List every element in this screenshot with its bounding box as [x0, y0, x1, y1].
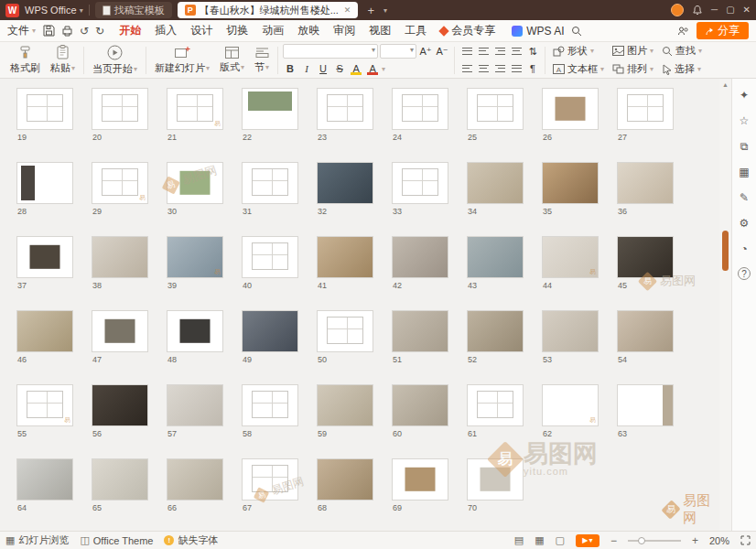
- ribbon-tab-插入[interactable]: 插入: [155, 23, 177, 38]
- ribbon-tab-视图[interactable]: 视图: [369, 23, 391, 38]
- file-menu[interactable]: 文件 ▾: [7, 23, 36, 38]
- home-tab[interactable]: WPS Office ▾: [25, 5, 83, 16]
- bold-button[interactable]: B: [283, 61, 297, 76]
- slide-thumbnail[interactable]: 68: [317, 458, 373, 512]
- line-spacing-icon[interactable]: ⇅: [525, 44, 540, 59]
- slide-thumbnail[interactable]: 49: [242, 310, 298, 364]
- slide-thumbnail[interactable]: 52: [467, 310, 524, 364]
- favorites-icon[interactable]: ☆: [737, 113, 751, 128]
- zoom-slider[interactable]: [628, 540, 681, 542]
- arrange-button[interactable]: 排列▾: [610, 61, 656, 77]
- slide-thumbnail[interactable]: 19: [16, 88, 73, 142]
- avatar[interactable]: [671, 4, 684, 16]
- slide-thumbnail[interactable]: 33: [392, 162, 448, 216]
- highlight-color-button[interactable]: A: [349, 61, 363, 76]
- history-icon[interactable]: ◔: [737, 242, 751, 256]
- textbox-button[interactable]: A 文本框▾: [550, 61, 607, 77]
- slide-thumbnail[interactable]: 50: [317, 310, 373, 364]
- slide-thumbnail[interactable]: 27: [617, 88, 674, 142]
- undo-icon[interactable]: ↺: [80, 25, 89, 38]
- properties-icon[interactable]: ▦: [737, 165, 751, 179]
- slide-thumbnail[interactable]: 53: [542, 310, 599, 364]
- tab-list-chevron-icon[interactable]: ▾: [383, 6, 387, 15]
- ribbon-tab-工具[interactable]: 工具: [405, 23, 427, 38]
- decrease-indent-icon[interactable]: [492, 44, 507, 59]
- help-icon[interactable]: ?: [738, 267, 751, 280]
- ribbon-tab-审阅[interactable]: 审阅: [333, 23, 355, 38]
- ai-assistant-icon[interactable]: ✦: [737, 88, 751, 102]
- slide-thumbnail[interactable]: 67: [242, 458, 298, 512]
- slide-thumbnail[interactable]: 70: [467, 458, 524, 512]
- justify-icon[interactable]: [509, 61, 524, 76]
- slide-thumbnail[interactable]: 46: [16, 310, 73, 364]
- align-right-icon[interactable]: [492, 61, 507, 76]
- slide-thumbnail[interactable]: 易62: [542, 384, 599, 438]
- notes-icon[interactable]: ✎: [737, 190, 751, 205]
- shapes-button[interactable]: 形状▾: [550, 43, 607, 59]
- theme-status[interactable]: ◫ Office Theme: [80, 534, 153, 546]
- paste-button[interactable]: 粘贴▾: [47, 44, 79, 76]
- tab-presentation[interactable]: P 【春山秋水】绿城杭州售楼处... ✕: [178, 2, 359, 18]
- wps-ai-button[interactable]: WPS AI: [512, 25, 564, 38]
- slide-thumbnail[interactable]: 47: [92, 310, 148, 364]
- zoom-slider-thumb[interactable]: [638, 537, 645, 544]
- notification-bell-icon[interactable]: [692, 5, 703, 16]
- slide-sorter-view-icon[interactable]: ▦: [535, 534, 544, 546]
- close-icon[interactable]: ✕: [743, 5, 751, 15]
- normal-view-icon[interactable]: ▤: [514, 534, 524, 546]
- slide-thumbnail[interactable]: 26: [542, 88, 599, 142]
- maximize-icon[interactable]: ▢: [726, 5, 734, 15]
- slide-thumbnail[interactable]: 易55: [16, 384, 73, 438]
- section-button[interactable]: 节▾: [251, 46, 273, 75]
- numbered-list-icon[interactable]: [476, 44, 491, 59]
- slide-thumbnail[interactable]: 66: [167, 458, 223, 512]
- slide-thumbnail[interactable]: 32: [317, 162, 373, 216]
- slide-thumbnail[interactable]: 34: [467, 162, 524, 216]
- ribbon-tab-放映[interactable]: 放映: [297, 23, 319, 38]
- slide-thumbnail[interactable]: 40: [242, 236, 298, 290]
- collaboration-icon[interactable]: [677, 26, 689, 37]
- slide-thumbnail[interactable]: 58: [242, 384, 298, 438]
- slide-thumbnail[interactable]: 48: [167, 310, 223, 364]
- slide-thumbnail[interactable]: 易29: [92, 162, 148, 216]
- ribbon-tab-会员专享[interactable]: 会员专享: [440, 23, 495, 38]
- play-slideshow-button[interactable]: ▶▾: [576, 534, 599, 547]
- play-from-current-button[interactable]: 当页开始▾: [89, 44, 141, 77]
- new-tab-button[interactable]: +: [363, 4, 378, 17]
- scroll-up-icon[interactable]: ▲: [719, 79, 731, 90]
- slide-thumbnail[interactable]: 31: [242, 162, 298, 216]
- tab-docer-template[interactable]: 找稿宝模板: [95, 2, 172, 18]
- chevron-down-icon[interactable]: ▾: [80, 6, 83, 15]
- minimize-icon[interactable]: ─: [711, 5, 718, 15]
- slide-thumbnail[interactable]: 23: [317, 88, 373, 142]
- new-slide-button[interactable]: 新建幻灯片▾: [151, 45, 213, 76]
- slide-thumbnail[interactable]: 63: [617, 384, 674, 438]
- zoom-level[interactable]: 20%: [709, 535, 729, 546]
- align-center-icon[interactable]: [476, 61, 491, 76]
- find-button[interactable]: 查找▾: [659, 43, 705, 59]
- slide-thumbnail[interactable]: 60: [392, 384, 448, 438]
- ribbon-tab-开始[interactable]: 开始: [119, 23, 141, 38]
- slide-thumbnail[interactable]: 37: [16, 236, 73, 290]
- wps-logo[interactable]: W: [5, 4, 19, 17]
- slide-thumbnail[interactable]: 易39: [167, 236, 223, 290]
- font-size-select[interactable]: [380, 44, 416, 59]
- redo-icon[interactable]: ↻: [95, 25, 104, 38]
- reading-view-icon[interactable]: ▢: [556, 534, 565, 546]
- missing-fonts-warning[interactable]: ! 缺失字体: [164, 533, 218, 547]
- print-icon[interactable]: [61, 26, 73, 37]
- text-direction-icon[interactable]: ¶: [525, 61, 540, 76]
- search-icon[interactable]: [571, 26, 582, 37]
- italic-button[interactable]: I: [299, 61, 314, 76]
- slide-thumbnail[interactable]: 56: [92, 384, 148, 438]
- slide-thumbnail[interactable]: 61: [467, 384, 524, 438]
- font-color-button[interactable]: A: [365, 61, 380, 76]
- image-button[interactable]: 图片▾: [610, 43, 656, 59]
- slide-thumbnail[interactable]: 22: [242, 88, 298, 142]
- slide-thumbnail[interactable]: 易44: [542, 236, 599, 290]
- layout-button[interactable]: 版式▾: [216, 46, 248, 75]
- scrollbar-thumb[interactable]: [722, 231, 729, 271]
- increase-font-icon[interactable]: A⁺: [418, 44, 433, 59]
- slide-thumbnail[interactable]: 64: [16, 458, 73, 512]
- zoom-in-icon[interactable]: +: [692, 535, 698, 546]
